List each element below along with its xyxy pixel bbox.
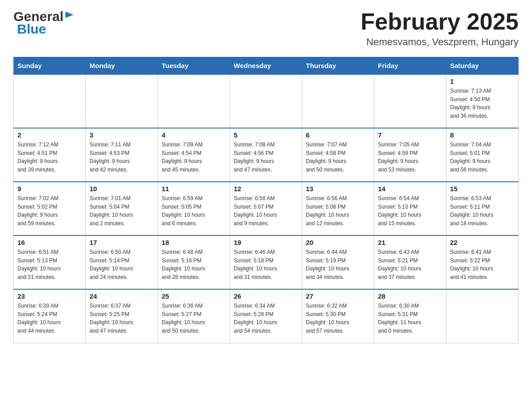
table-row: 28Sunrise: 6:30 AMSunset: 5:31 PMDayligh… bbox=[374, 289, 446, 343]
table-row bbox=[230, 74, 302, 128]
day-info: Sunrise: 6:32 AMSunset: 5:30 PMDaylight:… bbox=[306, 302, 370, 335]
day-number: 16 bbox=[17, 239, 82, 246]
day-number: 14 bbox=[378, 185, 442, 193]
day-number: 4 bbox=[162, 131, 226, 139]
logo-arrow-icon bbox=[64, 10, 74, 20]
day-number: 12 bbox=[234, 185, 298, 193]
day-info: Sunrise: 6:48 AMSunset: 5:16 PMDaylight:… bbox=[162, 248, 226, 281]
day-info: Sunrise: 6:46 AMSunset: 5:18 PMDaylight:… bbox=[234, 248, 298, 281]
header-friday: Friday bbox=[374, 57, 446, 75]
header-sunday: Sunday bbox=[14, 57, 86, 75]
calendar-table: Sunday Monday Tuesday Wednesday Thursday… bbox=[13, 57, 519, 343]
day-number: 11 bbox=[162, 185, 226, 193]
day-number: 19 bbox=[234, 239, 298, 246]
logo-blue-text: Blue bbox=[17, 21, 46, 37]
day-number: 23 bbox=[17, 292, 82, 300]
table-row: 4Sunrise: 7:09 AMSunset: 4:54 PMDaylight… bbox=[158, 128, 230, 182]
day-number: 28 bbox=[378, 292, 442, 300]
day-number: 27 bbox=[306, 292, 370, 300]
table-row: 15Sunrise: 6:53 AMSunset: 5:11 PMDayligh… bbox=[446, 182, 519, 235]
table-row: 26Sunrise: 6:34 AMSunset: 5:28 PMDayligh… bbox=[230, 289, 302, 343]
table-row: 6Sunrise: 7:07 AMSunset: 4:58 PMDaylight… bbox=[302, 128, 374, 182]
day-info: Sunrise: 6:36 AMSunset: 5:27 PMDaylight:… bbox=[162, 302, 226, 335]
day-number: 2 bbox=[17, 131, 82, 139]
table-row bbox=[446, 289, 519, 343]
day-number: 24 bbox=[90, 292, 154, 300]
table-row: 11Sunrise: 6:59 AMSunset: 5:05 PMDayligh… bbox=[158, 182, 230, 235]
table-row: 7Sunrise: 7:05 AMSunset: 4:59 PMDaylight… bbox=[374, 128, 446, 182]
weekday-header-row: Sunday Monday Tuesday Wednesday Thursday… bbox=[14, 57, 519, 75]
day-info: Sunrise: 7:01 AMSunset: 5:04 PMDaylight:… bbox=[90, 194, 154, 227]
table-row: 16Sunrise: 6:51 AMSunset: 5:13 PMDayligh… bbox=[14, 235, 86, 289]
day-info: Sunrise: 7:12 AMSunset: 4:51 PMDaylight:… bbox=[17, 141, 82, 174]
day-info: Sunrise: 6:50 AMSunset: 5:14 PMDaylight:… bbox=[90, 248, 154, 281]
header-saturday: Saturday bbox=[446, 57, 519, 75]
header-thursday: Thursday bbox=[302, 57, 374, 75]
day-number: 7 bbox=[378, 131, 442, 139]
day-info: Sunrise: 6:58 AMSunset: 5:07 PMDaylight:… bbox=[234, 194, 298, 227]
table-row: 9Sunrise: 7:02 AMSunset: 5:02 PMDaylight… bbox=[14, 182, 86, 235]
table-row: 8Sunrise: 7:04 AMSunset: 5:01 PMDaylight… bbox=[446, 128, 519, 182]
table-row bbox=[302, 74, 374, 128]
day-info: Sunrise: 6:41 AMSunset: 5:22 PMDaylight:… bbox=[450, 248, 515, 281]
day-info: Sunrise: 7:09 AMSunset: 4:54 PMDaylight:… bbox=[162, 141, 226, 174]
day-number: 25 bbox=[162, 292, 226, 300]
table-row: 24Sunrise: 6:37 AMSunset: 5:25 PMDayligh… bbox=[86, 289, 158, 343]
day-number: 13 bbox=[306, 185, 370, 193]
table-row: 17Sunrise: 6:50 AMSunset: 5:14 PMDayligh… bbox=[86, 235, 158, 289]
day-number: 9 bbox=[17, 185, 82, 193]
calendar-title: February 2025 bbox=[360, 9, 519, 34]
table-row: 21Sunrise: 6:43 AMSunset: 5:21 PMDayligh… bbox=[374, 235, 446, 289]
day-info: Sunrise: 6:54 AMSunset: 5:10 PMDaylight:… bbox=[378, 194, 442, 227]
table-row: 5Sunrise: 7:08 AMSunset: 4:56 PMDaylight… bbox=[230, 128, 302, 182]
day-info: Sunrise: 6:56 AMSunset: 5:08 PMDaylight:… bbox=[306, 194, 370, 227]
day-number: 1 bbox=[450, 77, 515, 85]
page-header: General Blue February 2025 Nemesvamos, V… bbox=[13, 9, 519, 48]
day-number: 20 bbox=[306, 239, 370, 246]
day-number: 18 bbox=[162, 239, 226, 246]
day-info: Sunrise: 7:02 AMSunset: 5:02 PMDaylight:… bbox=[17, 194, 82, 227]
day-info: Sunrise: 7:04 AMSunset: 5:01 PMDaylight:… bbox=[450, 141, 515, 174]
day-info: Sunrise: 6:51 AMSunset: 5:13 PMDaylight:… bbox=[17, 248, 82, 281]
day-info: Sunrise: 7:08 AMSunset: 4:56 PMDaylight:… bbox=[234, 141, 298, 174]
day-number: 17 bbox=[90, 239, 154, 246]
table-row: 10Sunrise: 7:01 AMSunset: 5:04 PMDayligh… bbox=[86, 182, 158, 235]
day-number: 8 bbox=[450, 131, 515, 139]
day-info: Sunrise: 7:07 AMSunset: 4:58 PMDaylight:… bbox=[306, 141, 370, 174]
table-row: 19Sunrise: 6:46 AMSunset: 5:18 PMDayligh… bbox=[230, 235, 302, 289]
day-info: Sunrise: 6:44 AMSunset: 5:19 PMDaylight:… bbox=[306, 248, 370, 281]
day-number: 21 bbox=[378, 239, 442, 246]
calendar-week-row: 1Sunrise: 7:13 AMSunset: 4:50 PMDaylight… bbox=[14, 74, 519, 128]
table-row: 2Sunrise: 7:12 AMSunset: 4:51 PMDaylight… bbox=[14, 128, 86, 182]
day-number: 3 bbox=[90, 131, 154, 139]
day-info: Sunrise: 7:05 AMSunset: 4:59 PMDaylight:… bbox=[378, 141, 442, 174]
title-section: February 2025 Nemesvamos, Veszprem, Hung… bbox=[360, 9, 519, 48]
day-info: Sunrise: 6:53 AMSunset: 5:11 PMDaylight:… bbox=[450, 194, 515, 227]
table-row: 1Sunrise: 7:13 AMSunset: 4:50 PMDaylight… bbox=[446, 74, 519, 128]
table-row bbox=[14, 74, 86, 128]
header-wednesday: Wednesday bbox=[230, 57, 302, 75]
table-row: 27Sunrise: 6:32 AMSunset: 5:30 PMDayligh… bbox=[302, 289, 374, 343]
header-tuesday: Tuesday bbox=[158, 57, 230, 75]
table-row: 22Sunrise: 6:41 AMSunset: 5:22 PMDayligh… bbox=[446, 235, 519, 289]
logo: General Blue bbox=[13, 9, 74, 37]
table-row bbox=[158, 74, 230, 128]
table-row: 14Sunrise: 6:54 AMSunset: 5:10 PMDayligh… bbox=[374, 182, 446, 235]
calendar-week-row: 9Sunrise: 7:02 AMSunset: 5:02 PMDaylight… bbox=[14, 182, 519, 235]
day-info: Sunrise: 7:13 AMSunset: 4:50 PMDaylight:… bbox=[450, 87, 515, 120]
calendar-subtitle: Nemesvamos, Veszprem, Hungary bbox=[360, 36, 519, 48]
table-row bbox=[374, 74, 446, 128]
svg-marker-0 bbox=[65, 12, 73, 18]
table-row: 12Sunrise: 6:58 AMSunset: 5:07 PMDayligh… bbox=[230, 182, 302, 235]
day-number: 5 bbox=[234, 131, 298, 139]
table-row: 18Sunrise: 6:48 AMSunset: 5:16 PMDayligh… bbox=[158, 235, 230, 289]
calendar-week-row: 2Sunrise: 7:12 AMSunset: 4:51 PMDaylight… bbox=[14, 128, 519, 182]
calendar-week-row: 16Sunrise: 6:51 AMSunset: 5:13 PMDayligh… bbox=[14, 235, 519, 289]
table-row: 20Sunrise: 6:44 AMSunset: 5:19 PMDayligh… bbox=[302, 235, 374, 289]
table-row: 3Sunrise: 7:11 AMSunset: 4:53 PMDaylight… bbox=[86, 128, 158, 182]
table-row: 13Sunrise: 6:56 AMSunset: 5:08 PMDayligh… bbox=[302, 182, 374, 235]
table-row: 25Sunrise: 6:36 AMSunset: 5:27 PMDayligh… bbox=[158, 289, 230, 343]
day-info: Sunrise: 6:30 AMSunset: 5:31 PMDaylight:… bbox=[378, 302, 442, 335]
table-row bbox=[86, 74, 158, 128]
day-info: Sunrise: 7:11 AMSunset: 4:53 PMDaylight:… bbox=[90, 141, 154, 174]
